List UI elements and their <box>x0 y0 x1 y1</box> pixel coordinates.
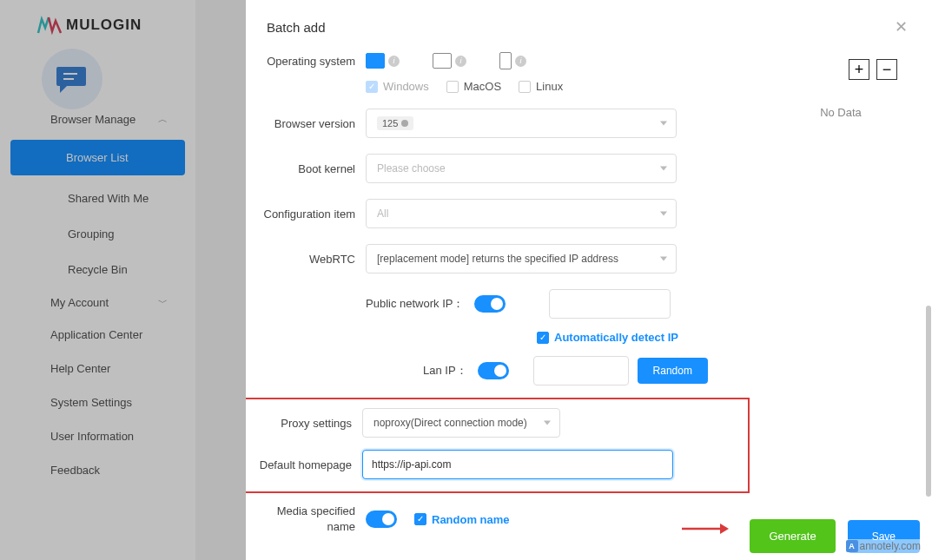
chk-linux[interactable]: Linux <box>519 80 563 93</box>
add-button[interactable]: + <box>849 59 869 80</box>
chk-random-name[interactable]: Random name <box>414 513 510 526</box>
info-icon: i <box>455 56 466 67</box>
form: Operating system i i i Windows MacOS Lin… <box>246 52 767 550</box>
select-proxy[interactable]: noproxy(Direct connection mode) <box>362 408 560 438</box>
row-media-name: Media specified name Random name <box>246 504 750 535</box>
tablet-icon[interactable] <box>433 53 452 69</box>
watermark: A annotely.com <box>843 539 923 553</box>
phone-icon[interactable] <box>499 52 512 69</box>
row-auto-detect: Automatically detect IP <box>246 331 750 344</box>
toggle-lan-ip[interactable] <box>478 362 509 379</box>
row-config-item: Configuration item All <box>246 199 750 228</box>
toggle-public-ip[interactable] <box>474 295 506 313</box>
select-webrtc[interactable]: [replacement mode] returns the specified… <box>366 244 677 273</box>
row-proxy: Proxy settings noproxy(Direct connection… <box>246 408 748 438</box>
row-homepage: Default homepage <box>246 450 748 479</box>
select-config-item[interactable]: All <box>366 199 677 228</box>
row-boot-kernel: Boot kernel Please choose <box>246 154 750 183</box>
row-os: Operating system i i i <box>246 52 750 69</box>
info-icon: i <box>515 56 526 67</box>
batch-add-modal: Batch add ✕ Operating system i i i Windo… <box>246 0 932 560</box>
modal-title: Batch add <box>267 20 326 35</box>
select-browser-version[interactable]: 125 <box>366 109 677 138</box>
scrollbar[interactable] <box>925 104 932 547</box>
row-webrtc: WebRTC [replacement mode] returns the sp… <box>246 244 750 273</box>
input-lan-ip[interactable] <box>533 356 629 385</box>
input-homepage[interactable] <box>362 450 673 479</box>
modal-body: Operating system i i i Windows MacOS Lin… <box>246 52 932 560</box>
row-os-check: Windows MacOS Linux <box>246 80 750 93</box>
info-icon: i <box>388 56 400 67</box>
chk-macos[interactable]: MacOS <box>446 80 501 93</box>
toggle-media-name[interactable] <box>366 511 397 528</box>
desktop-icon[interactable] <box>366 53 385 69</box>
chk-windows: Windows <box>366 80 429 93</box>
remove-button[interactable]: − <box>876 59 897 80</box>
random-button[interactable]: Random <box>638 358 708 384</box>
chk-auto-detect[interactable]: Automatically detect IP <box>537 331 678 344</box>
modal-header: Batch add ✕ <box>246 0 932 52</box>
row-public-ip: Public network IP： <box>246 289 750 319</box>
input-public-ip[interactable] <box>549 289 671 319</box>
select-boot-kernel[interactable]: Please choose <box>366 154 677 183</box>
highlight-annotation: Proxy settings noproxy(Direct connection… <box>246 398 750 493</box>
generate-button[interactable]: Generate <box>750 519 835 553</box>
no-data-text: No Data <box>767 106 915 119</box>
close-icon[interactable]: ✕ <box>891 14 911 40</box>
row-browser-version: Browser version 125 <box>246 109 750 138</box>
row-lan-ip: Lan IP： Random <box>246 356 750 385</box>
right-panel: + − No Data <box>767 52 915 550</box>
watermark-icon: A <box>846 540 858 552</box>
